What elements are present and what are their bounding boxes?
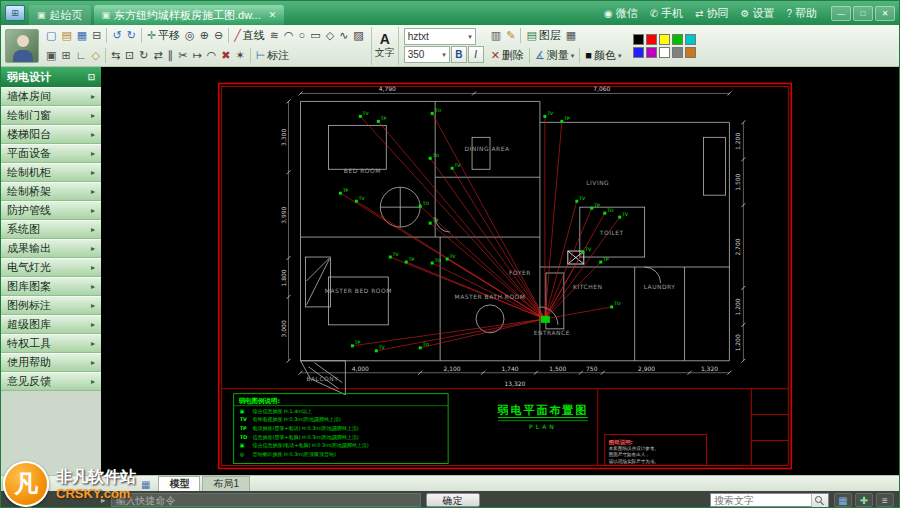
undo-button[interactable]: ↺ bbox=[110, 27, 123, 45]
sidebar-item[interactable]: 图库图案▸ bbox=[1, 277, 101, 296]
maximize-button[interactable]: □ bbox=[853, 6, 873, 21]
font-size-select[interactable]: 350 ▾ bbox=[404, 46, 450, 63]
color-swatch[interactable] bbox=[659, 34, 670, 45]
titlebar-action-协同[interactable]: ⇄协同 bbox=[695, 6, 728, 21]
save-button[interactable]: ▦ bbox=[75, 27, 89, 45]
doc-tab[interactable]: ▣东方纽约城样板房施工图.dw...✕ bbox=[94, 5, 285, 25]
color-swatch[interactable] bbox=[633, 47, 644, 58]
open-button[interactable]: ▤ bbox=[59, 27, 73, 45]
format-brush-button[interactable]: ✎ bbox=[504, 27, 517, 45]
measure-tool[interactable]: ∡测量▾ bbox=[533, 47, 576, 65]
minimize-button[interactable]: — bbox=[831, 6, 851, 21]
color-swatch[interactable] bbox=[672, 34, 683, 45]
rotate-button[interactable]: ↻ bbox=[137, 47, 150, 65]
hatch-button[interactable]: ▨ bbox=[351, 27, 365, 45]
sidebar-item[interactable]: 使用帮助▸ bbox=[1, 353, 101, 372]
move-button[interactable]: ⇆ bbox=[109, 47, 122, 65]
polyline-button[interactable]: ≋ bbox=[268, 27, 281, 45]
color-swatch[interactable] bbox=[685, 34, 696, 45]
search-input[interactable] bbox=[711, 494, 811, 506]
delete-tool[interactable]: ✕删除 bbox=[489, 47, 526, 65]
grid-button[interactable]: ⊞ bbox=[59, 47, 72, 65]
color-swatch[interactable] bbox=[646, 34, 657, 45]
sidebar-item[interactable]: 楼梯阳台▸ bbox=[1, 125, 101, 144]
sidebar-item[interactable]: 图例标注▸ bbox=[1, 296, 101, 315]
text-tool[interactable]: A 文字 bbox=[371, 27, 399, 65]
rectangle-button[interactable]: ▭ bbox=[308, 27, 322, 45]
app-logo-icon[interactable]: ⊞ bbox=[5, 5, 25, 21]
paste-button[interactable]: ▥ bbox=[489, 27, 503, 45]
erase-button[interactable]: ✖ bbox=[219, 47, 232, 65]
print-button[interactable]: ⊟ bbox=[90, 27, 103, 45]
sidebar-item[interactable]: 超级图库▸ bbox=[1, 315, 101, 334]
sidebar-item[interactable]: 成果输出▸ bbox=[1, 239, 101, 258]
add-view-button[interactable]: ✚ bbox=[855, 493, 873, 507]
ortho-button[interactable]: ∟ bbox=[74, 47, 89, 65]
font-select[interactable]: hztxt ▾ bbox=[404, 28, 476, 45]
new-button[interactable]: ▢ bbox=[44, 27, 58, 45]
svg-text:KITCHEN: KITCHEN bbox=[573, 283, 602, 290]
zoom-in-button[interactable]: ⊕ bbox=[198, 27, 211, 45]
arc-icon: ◠ bbox=[284, 30, 294, 41]
sidebar-item[interactable]: 绘制机柜▸ bbox=[1, 163, 101, 182]
circle-button[interactable]: ○ bbox=[297, 27, 308, 45]
sidebar-header[interactable]: 弱电设计 ⊡ bbox=[1, 67, 101, 87]
tool-label: 删除 bbox=[502, 48, 524, 63]
sidebar-item[interactable]: 电气灯光▸ bbox=[1, 258, 101, 277]
confirm-button[interactable]: 确定 bbox=[426, 493, 480, 507]
sidebar-item[interactable]: 绘制桥架▸ bbox=[1, 182, 101, 201]
window-toggle-button[interactable]: ▦ bbox=[834, 493, 852, 507]
sidebar-item[interactable]: 意见反馈▸ bbox=[1, 372, 101, 391]
sidebar-item[interactable]: 绘制门窗▸ bbox=[1, 106, 101, 125]
extend-button[interactable]: ↦ bbox=[190, 47, 203, 65]
sidebar-item[interactable]: 系统图▸ bbox=[1, 220, 101, 239]
titlebar-action-帮助[interactable]: ?帮助 bbox=[786, 6, 817, 21]
explode-button[interactable]: ✶ bbox=[234, 47, 247, 65]
snap-button[interactable]: ▣ bbox=[44, 47, 58, 65]
fillet-button[interactable]: ◠ bbox=[205, 47, 219, 65]
layout-grid-icon[interactable]: ▦ bbox=[141, 479, 150, 490]
offset-button[interactable]: ∥ bbox=[166, 47, 176, 65]
user-avatar[interactable] bbox=[5, 29, 39, 63]
sidebar-item[interactable]: 平面设备▸ bbox=[1, 144, 101, 163]
trim-button[interactable]: ✂ bbox=[176, 47, 189, 65]
pan-tool[interactable]: ✛平移 bbox=[145, 27, 182, 45]
titlebar-action-手机[interactable]: ✆手机 bbox=[650, 6, 683, 21]
color-swatch[interactable] bbox=[685, 47, 696, 58]
italic-button[interactable]: I bbox=[468, 46, 484, 63]
dim-tool[interactable]: ⊢标注 bbox=[254, 47, 292, 65]
color-swatch[interactable] bbox=[672, 47, 683, 58]
arc-button[interactable]: ◠ bbox=[282, 27, 296, 45]
layout-tab-布局1[interactable]: 布局1 bbox=[202, 476, 250, 491]
zoom-out-button[interactable]: ⊖ bbox=[212, 27, 225, 45]
zoom-window-button[interactable]: ◎ bbox=[183, 27, 197, 45]
sidebar-item[interactable]: 特权工具▸ bbox=[1, 334, 101, 353]
titlebar-action-微信[interactable]: ◉微信 bbox=[604, 6, 638, 21]
color-tool[interactable]: ■颜色▾ bbox=[583, 47, 623, 65]
sidebar-item[interactable]: 墙体房间▸ bbox=[1, 87, 101, 106]
titlebar-action-设置[interactable]: ⚙设置 bbox=[740, 6, 774, 21]
color-swatch[interactable] bbox=[659, 47, 670, 58]
redo-button[interactable]: ↻ bbox=[125, 27, 138, 45]
menu-button[interactable]: ≡ bbox=[876, 493, 894, 507]
osnap-button[interactable]: ◇ bbox=[89, 47, 101, 65]
spline-button[interactable]: ∿ bbox=[337, 27, 350, 45]
copy-button[interactable]: ⊡ bbox=[123, 47, 136, 65]
command-input[interactable] bbox=[111, 493, 421, 507]
sidebar-item[interactable]: 防护管线▸ bbox=[1, 201, 101, 220]
mirror-button[interactable]: ⇄ bbox=[152, 47, 165, 65]
color-swatch[interactable] bbox=[633, 34, 644, 45]
line-tool[interactable]: ╱直线 bbox=[232, 27, 267, 45]
tab-close-icon[interactable]: ✕ bbox=[269, 10, 277, 20]
layer-state-button[interactable]: ▦ bbox=[564, 27, 578, 45]
layout-tab-模型[interactable]: 模型 bbox=[158, 476, 200, 491]
color-swatch[interactable] bbox=[646, 47, 657, 58]
layer-tool[interactable]: ▤图层 bbox=[524, 27, 562, 45]
bold-button[interactable]: B bbox=[451, 46, 467, 63]
close-button[interactable]: ✕ bbox=[875, 6, 895, 21]
polygon-button[interactable]: ◇ bbox=[324, 27, 336, 45]
drawing-canvas[interactable]: TVTPTOTVTPTOTVTPTVTOTPTVTPTOTVTPTOTVTPTV… bbox=[101, 67, 899, 475]
search-button[interactable] bbox=[811, 494, 828, 507]
doc-tab[interactable]: ▣起始页 bbox=[29, 5, 91, 25]
sidebar-item-label: 图库图案 bbox=[7, 279, 51, 294]
